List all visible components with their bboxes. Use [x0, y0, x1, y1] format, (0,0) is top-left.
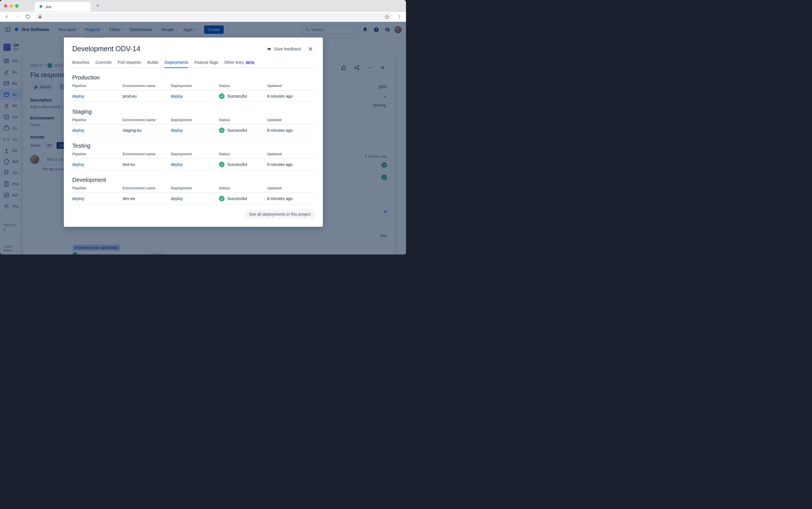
success-icon — [219, 93, 224, 99]
url-bar[interactable] — [35, 13, 393, 21]
status-cell: Successful — [219, 93, 267, 99]
maximize-window-button[interactable] — [15, 4, 19, 7]
browser-titlebar: Jira + — [0, 0, 406, 12]
success-icon — [219, 128, 224, 133]
browser-toolbar — [0, 12, 406, 22]
svg-point-1 — [399, 16, 400, 17]
env-section-staging: StagingPipelineEnvironment nameDeploymen… — [72, 108, 314, 136]
env-title: Development — [72, 176, 314, 183]
minimize-window-button[interactable] — [9, 4, 13, 7]
table-header: PipelineEnvironment nameDeploymentStatus… — [72, 151, 314, 159]
window-controls — [4, 4, 19, 7]
env-section-development: DevelopmentPipelineEnvironment nameDeplo… — [72, 176, 314, 204]
table-row: deployprod-eudeploySuccessful8 minutes a… — [72, 91, 314, 102]
see-all-deployments-button[interactable]: See all deployments in this project — [245, 209, 314, 219]
back-button[interactable] — [3, 13, 11, 21]
browser-window: Jira + Jira Software Your work Projects … — [0, 0, 406, 254]
browser-tab[interactable]: Jira — [35, 2, 91, 11]
env-name: test-eu — [123, 162, 171, 167]
modal-title: Development ODV-14 — [72, 45, 140, 53]
updated-time: 8 minutes ago — [267, 196, 314, 201]
lock-icon — [38, 15, 42, 19]
svg-point-0 — [399, 15, 400, 16]
browser-tab-title: Jira — [45, 5, 51, 9]
pipeline-link[interactable]: deploy — [72, 94, 123, 98]
modal-close-button[interactable] — [307, 45, 314, 53]
tab-feature-flags[interactable]: Feature flags — [194, 58, 218, 67]
modal-tabs: BranchesCommitsPull requestsBuildsDeploy… — [72, 58, 314, 68]
success-icon — [219, 196, 224, 201]
deployment-link[interactable]: deploy — [171, 94, 219, 98]
table-header: PipelineEnvironment nameDeploymentStatus… — [72, 82, 314, 91]
updated-time: 8 minutes ago — [267, 162, 314, 167]
env-section-production: ProductionPipelineEnvironment nameDeploy… — [72, 74, 314, 102]
table-header: PipelineEnvironment nameDeploymentStatus… — [72, 185, 314, 193]
pipeline-link[interactable]: deploy — [72, 128, 123, 133]
status-cell: Successful — [219, 196, 267, 201]
svg-point-2 — [399, 18, 400, 19]
development-modal: Development ODV-14 Give feedback Branche… — [64, 37, 323, 227]
beta-badge: BETA — [245, 60, 255, 65]
pipeline-link[interactable]: deploy — [72, 196, 123, 201]
megaphone-icon — [267, 46, 272, 52]
tab-other-links[interactable]: Other linksBETA — [224, 58, 255, 67]
reload-button[interactable] — [24, 13, 32, 21]
tab-builds[interactable]: Builds — [147, 58, 158, 67]
env-title: Production — [72, 74, 314, 81]
tab-commits[interactable]: Commits — [95, 58, 112, 67]
deployment-link[interactable]: deploy — [171, 128, 219, 133]
tab-branches[interactable]: Branches — [72, 58, 89, 67]
env-title: Testing — [72, 142, 314, 149]
tab-deployments[interactable]: Deployments — [165, 58, 188, 67]
give-feedback-button[interactable]: Give feedback — [267, 46, 301, 52]
star-icon[interactable] — [385, 14, 389, 19]
status-cell: Successful — [219, 128, 267, 133]
pipeline-link[interactable]: deploy — [72, 162, 123, 167]
modal-header: Development ODV-14 Give feedback — [72, 45, 314, 53]
close-window-button[interactable] — [4, 4, 7, 7]
browser-menu-button[interactable] — [395, 13, 403, 21]
new-tab-button[interactable]: + — [96, 3, 99, 9]
tab-pull-requests[interactable]: Pull requests — [118, 58, 141, 67]
deployment-link[interactable]: deploy — [171, 162, 219, 167]
updated-time: 8 minutes ago — [267, 94, 314, 98]
table-row: deploystaging-eudeploySuccessful8 minute… — [72, 125, 314, 136]
success-icon — [219, 162, 224, 167]
status-cell: Successful — [219, 162, 267, 167]
env-title: Staging — [72, 108, 314, 115]
table-row: deploytest-eudeploySuccessful8 minutes a… — [72, 159, 314, 170]
updated-time: 8 minutes ago — [267, 128, 314, 133]
table-row: deploydev-eudeploySuccessful8 minutes ag… — [72, 193, 314, 204]
env-section-testing: TestingPipelineEnvironment nameDeploymen… — [72, 142, 314, 170]
jira-favicon-icon — [39, 4, 43, 9]
env-name: staging-eu — [123, 128, 171, 133]
deployment-link[interactable]: deploy — [171, 196, 219, 201]
table-header: PipelineEnvironment nameDeploymentStatus… — [72, 116, 314, 125]
forward-button[interactable] — [13, 13, 21, 21]
env-name: dev-eu — [123, 196, 171, 201]
env-name: prod-eu — [123, 94, 171, 98]
